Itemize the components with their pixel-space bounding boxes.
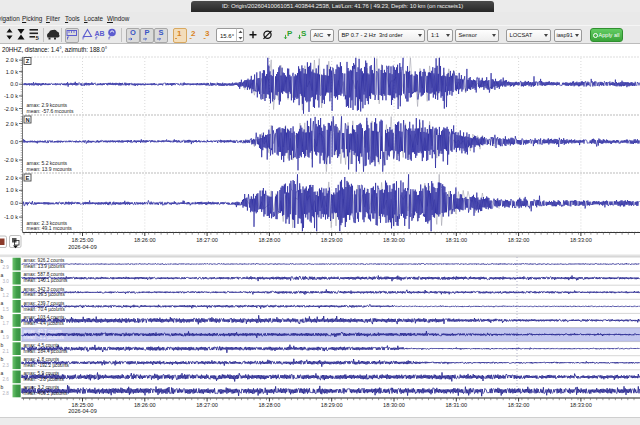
svg-text:1: 1 [177, 29, 182, 38]
svg-text:P: P [287, 29, 293, 38]
svg-text:O: O [130, 28, 136, 37]
svg-text:S: S [301, 29, 307, 38]
svg-text:S: S [159, 28, 164, 37]
svg-text:2: 2 [191, 29, 196, 38]
svg-text:P: P [145, 28, 150, 37]
svg-text:3: 3 [205, 29, 210, 38]
svg-text:15.6°: 15.6° [220, 33, 235, 39]
